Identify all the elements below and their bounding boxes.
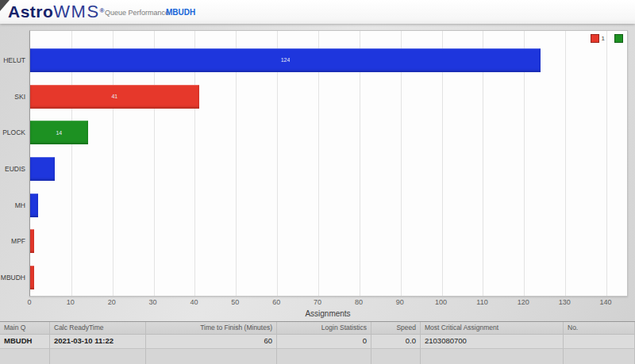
x-tick-label: 40 (190, 298, 198, 306)
category-label-mbudh: MBUDH (1, 274, 25, 282)
app-header: AstroWMS® Queue Performance MBUDH (0, 0, 635, 24)
x-tick-label: 110 (476, 298, 487, 306)
table-header-row: Main QCalc ReadyTimeTime to Finish (Minu… (0, 322, 635, 335)
value-cell-calc-readytime[interactable]: 2021-03-10 11:22 (50, 335, 146, 348)
bar-mbudh[interactable] (30, 266, 34, 289)
bar-row: PLOCK14 (30, 114, 627, 151)
table-empty-row (0, 349, 635, 364)
bar-plot: HELUT124SKI41PLOCK14EUDISMHMPFMBUDH 1 (29, 30, 628, 297)
chart-area: HELUT124SKI41PLOCK14EUDISMHMPFMBUDH 1 01… (0, 24, 635, 364)
x-tick-label: 0 (27, 298, 31, 306)
header-cell-no: No. (564, 322, 635, 334)
x-tick-label: 30 (149, 298, 157, 306)
bars-layer: HELUT124SKI41PLOCK14EUDISMHMPFMBUDH (30, 42, 627, 296)
value-cell-main-q[interactable]: MBUDH (0, 335, 50, 348)
bar-row: EUDIS (30, 151, 627, 187)
x-tick-label: 20 (108, 298, 116, 306)
logo-registered-mark: ® (100, 7, 105, 14)
bar-eudis[interactable] (30, 157, 55, 181)
bar-row: HELUT124 (30, 42, 627, 79)
header-cell-calc-readytime: Calc ReadyTime (50, 322, 146, 334)
x-tick-label: 50 (231, 298, 239, 306)
header-cell-login-statistics: Login Statistics (277, 322, 371, 334)
x-tick-label: 10 (67, 298, 75, 306)
header-cell-most-critical-assignment: Most Critical Assignment (421, 322, 564, 334)
empty-cell-most-critical-assignment (421, 349, 564, 364)
empty-cell-calc-readytime (50, 349, 146, 364)
legend-swatch-icon (591, 34, 599, 43)
x-tick-label: 60 (272, 298, 280, 306)
x-axis-title: Assignments (29, 309, 626, 318)
queue-name-link[interactable]: MBUDH (166, 8, 195, 17)
category-label-mh: MH (15, 201, 25, 209)
bar-row: SKI41 (30, 79, 627, 115)
bar-value-label: 124 (281, 57, 291, 63)
empty-cell-main-q (0, 349, 50, 364)
category-label-ski: SKI (14, 93, 25, 101)
bar-mpf[interactable] (30, 229, 34, 253)
bar-value-label: 14 (56, 130, 62, 136)
bar-helut[interactable]: 124 (30, 48, 541, 72)
table-value-row: MBUDH2021-03-10 11:226000.02103080700 (0, 335, 635, 349)
chart-legend: 1 (591, 34, 625, 43)
queue-summary-table: Main QCalc ReadyTimeTime to Finish (Minu… (0, 321, 635, 364)
x-tick-label: 100 (435, 298, 447, 306)
value-cell-login-statistics[interactable]: 0 (277, 335, 371, 348)
legend-swatch-icon (614, 34, 623, 43)
legend-item (614, 34, 625, 43)
value-cell-most-critical-assignment[interactable]: 2103080700 (421, 335, 564, 348)
empty-cell-speed (371, 349, 421, 364)
category-label-mpf: MPF (11, 237, 25, 245)
empty-cell-login-statistics (277, 349, 371, 364)
app-logo: AstroWMS® (8, 2, 105, 22)
bar-plock[interactable]: 14 (30, 121, 88, 144)
bar-ski[interactable]: 41 (30, 85, 199, 109)
bar-value-label: 41 (111, 94, 117, 99)
value-cell-no[interactable] (564, 335, 635, 348)
value-cell-speed[interactable]: 0.0 (371, 335, 421, 348)
bar-row: MPF (30, 224, 627, 260)
category-label-plock: PLOCK (2, 128, 25, 136)
header-cell-main-q: Main Q (0, 322, 50, 334)
value-cell-time-to-finish-minutes[interactable]: 60 (146, 335, 277, 348)
bar-row: MH (30, 187, 627, 224)
x-tick-label: 130 (559, 298, 571, 306)
legend-item: 1 (591, 34, 605, 43)
screen-corner-artifact (0, 0, 10, 11)
x-tick-label: 80 (355, 298, 363, 306)
logo-wms: WMS (53, 2, 99, 21)
x-axis-ticks: 0102030405060708090100110120130140 (29, 298, 626, 308)
x-tick-label: 120 (518, 298, 529, 306)
legend-label: 1 (602, 35, 605, 42)
header-cell-speed: Speed (371, 322, 421, 334)
category-label-eudis: EUDIS (5, 165, 25, 173)
x-tick-label: 90 (396, 298, 404, 306)
x-tick-label: 70 (314, 298, 321, 306)
x-tick-label: 140 (600, 298, 612, 306)
logo-astro: Astro (8, 2, 53, 21)
category-label-helut: HELUT (3, 56, 25, 64)
header-cell-time-to-finish-minutes: Time to Finish (Minutes) (146, 322, 277, 334)
empty-cell-time-to-finish-minutes (146, 349, 277, 364)
empty-cell-no (564, 349, 635, 364)
bar-mh[interactable] (30, 193, 38, 217)
bar-row: MBUDH (30, 259, 627, 296)
page-title: Queue Performance (105, 9, 169, 17)
